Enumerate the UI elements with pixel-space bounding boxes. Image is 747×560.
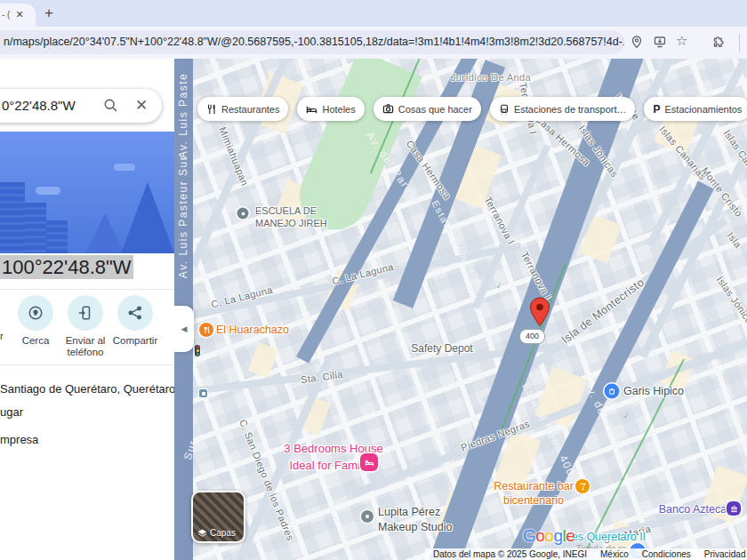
attribution-link-privacy[interactable]: Privacidad <box>704 549 746 559</box>
bed-icon <box>306 103 317 115</box>
save-button-partial[interactable]: r <box>0 331 4 341</box>
place-panel: 0°22'48.8"W ✕ 100°22'48.8"W r Cerca <box>0 59 174 560</box>
page-title: 100°22'48.8"W <box>0 256 133 279</box>
browser-tab[interactable]: - ( × <box>0 4 36 27</box>
url-bar[interactable]: n/maps/place/20°34'07.5"N+100°22'48.8"W/… <box>0 30 624 54</box>
road-label: Av. Luis Paste <box>177 73 189 159</box>
send-to-phone-icon <box>77 305 93 321</box>
lodging-poi-icon[interactable] <box>360 453 378 471</box>
search-box[interactable]: 0°22'48.8"W ✕ <box>0 89 162 123</box>
close-icon[interactable]: ✕ <box>135 96 148 115</box>
toolbar-divider <box>739 34 740 52</box>
tab-strip: - ( × + <box>0 0 747 27</box>
attribution-link-mexico[interactable]: México <box>600 549 629 559</box>
road-arrow: ↑ <box>494 280 502 292</box>
chip-hoteles[interactable]: Hoteles <box>297 97 364 121</box>
share-icon <box>127 305 143 321</box>
road-label: Estatal Núm. 400 <box>430 198 484 288</box>
chip-cosas-que-hacer[interactable]: Cosas que hacer <box>374 97 481 121</box>
road-arrow: ↑ <box>622 410 631 421</box>
camera-icon <box>382 103 394 115</box>
poi-label[interactable]: ESCUELA DEMANEJO JIREH <box>255 204 327 229</box>
bus-stop-icon <box>199 389 207 397</box>
street-label: Isla <box>726 230 744 250</box>
category-chip-bar: Restaurantes Hoteles Cosas que hacer Est… <box>197 97 747 121</box>
share-button[interactable]: Compartir <box>108 295 162 347</box>
chip-estaciones-transporte[interactable]: Estaciones de transport… <box>490 97 636 121</box>
restaurant-icon <box>206 104 217 115</box>
shop-poi-icon[interactable] <box>605 384 620 399</box>
school-poi-icon[interactable] <box>237 208 249 220</box>
poi-label[interactable]: Garis Hipico <box>623 385 684 397</box>
parking-icon: P <box>653 103 660 116</box>
send-to-phone-button[interactable]: Enviar al teléfono <box>59 295 112 358</box>
makeup-studio-poi-icon[interactable] <box>361 510 374 523</box>
bar-poi-icon[interactable] <box>575 479 590 493</box>
layers-button[interactable]: Capas <box>191 491 245 543</box>
street-label: Islas Jónicas <box>715 275 747 331</box>
add-business-row[interactable]: mpresa <box>0 433 38 446</box>
attribution-link-terms[interactable]: Condiciones <box>642 549 691 559</box>
divider <box>0 289 174 290</box>
nearby-icon <box>28 305 44 321</box>
poi-label[interactable]: El Huarachazo <box>216 324 289 336</box>
search-value: 0°22'48.8"W <box>2 98 76 113</box>
street-label: Jurídico De Anda <box>451 72 531 83</box>
poi-label[interactable]: Restaurante barbicentenario <box>494 479 574 508</box>
browser-window: - ( × + n/maps/place/20°34'07.5"N+100°22… <box>0 0 747 560</box>
tab-close-icon[interactable]: × <box>16 7 23 21</box>
chip-estacionamientos[interactable]: P Estacionamientos <box>644 97 747 121</box>
poi-label[interactable]: Safety Depot <box>411 342 472 355</box>
layers-icon <box>197 528 207 538</box>
install-icon[interactable] <box>653 35 669 51</box>
building-block <box>248 342 278 378</box>
location-pin-icon[interactable] <box>630 35 646 51</box>
tab-title: - ( <box>2 10 10 20</box>
street-label: C. San Diego de los Padres <box>237 418 296 542</box>
browser-toolbar: n/maps/place/20°34'07.5"N+100°22'48.8"W/… <box>0 27 747 60</box>
poi-label[interactable]: stes Queretaro II <box>563 531 646 543</box>
extensions-icon[interactable] <box>711 35 727 51</box>
address-row[interactable]: Santiago de Querétaro, Querétaro <box>0 382 174 396</box>
place-photo[interactable] <box>0 132 174 253</box>
new-tab-button[interactable]: + <box>39 4 59 23</box>
traffic-light-icon <box>195 345 200 356</box>
map-marker[interactable] <box>529 297 550 327</box>
route-shield-400: 400 <box>519 329 545 344</box>
road-label: Av. Luis Pasteur Sur <box>177 156 189 278</box>
restaurant-poi-icon[interactable] <box>199 323 213 337</box>
add-place-row[interactable]: ugar <box>0 405 23 419</box>
panel-collapse-button[interactable]: ◀ <box>174 306 194 352</box>
nearby-button[interactable]: Cerca <box>9 295 62 347</box>
attribution-text: Datos del mapa © 2025 Google, INEGI <box>433 549 587 559</box>
chip-restaurantes[interactable]: Restaurantes <box>197 97 288 121</box>
poi-label[interactable]: Lupita PérezMakeup Studio <box>378 505 452 535</box>
map-attribution: Datos del mapa © 2025 Google, INEGI Méxi… <box>425 548 747 560</box>
divider <box>0 364 174 365</box>
bookmark-star-icon[interactable]: ☆ <box>676 33 692 49</box>
bank-poi-icon[interactable] <box>727 501 741 516</box>
layers-label: Capas <box>210 528 236 538</box>
url-text: n/maps/place/20°34'07.5"N+100°22'48.8"W/… <box>4 36 624 48</box>
search-icon[interactable] <box>103 98 118 113</box>
train-icon <box>499 104 510 115</box>
google-logo[interactable]: Google <box>523 526 574 546</box>
map-canvas[interactable]: ↑ ↑ ↑ ↑ Av. Luis Paste Av. Luis Pasteur … <box>174 59 747 560</box>
poi-label[interactable]: Banco Azteca <box>659 503 727 516</box>
